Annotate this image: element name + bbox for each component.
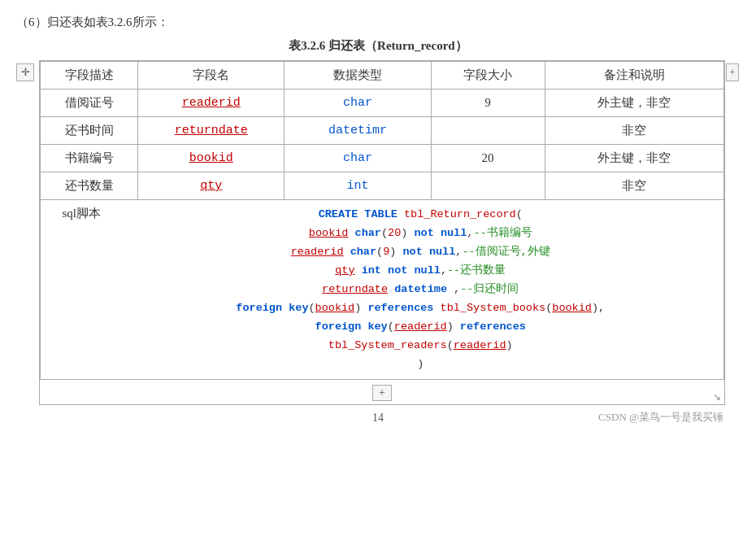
cell-desc: 还书时间: [41, 117, 138, 145]
plus-right-icon: +: [730, 67, 736, 79]
main-content: 字段描述 字段名 数据类型 字段大小 备注和说明 借阅证号 readerid c…: [39, 60, 725, 405]
cross-icon: ✛: [21, 66, 30, 79]
table-row: 还书数量 qty int 非空: [41, 172, 724, 200]
cell-desc: 借阅证号: [41, 89, 138, 117]
sql-label-text: sql脚本: [62, 207, 101, 220]
cell-size: [431, 117, 545, 145]
cell-notes: 非空: [545, 172, 723, 200]
plus-icon: +: [379, 386, 385, 399]
sql-line: CREATE TABLE tbl_Return_record(: [122, 206, 719, 225]
sql-row-wrapper: sql脚本 CREATE TABLE tbl_Return_record(boo…: [46, 206, 719, 373]
sql-line: bookid char(20) not null,--书籍编号: [122, 225, 719, 243]
cell-notes: 外主键，非空: [545, 89, 723, 117]
cell-name: readerid: [138, 89, 285, 117]
resize-icon: ↘: [713, 391, 721, 403]
table-row: 借阅证号 readerid char 9 外主键，非空: [41, 89, 724, 117]
sql-cell: sql脚本 CREATE TABLE tbl_Return_record(boo…: [41, 200, 724, 380]
sql-line: readerid char(9) not null,--借阅证号,外键: [122, 243, 719, 262]
cell-name: bookid: [138, 145, 285, 172]
scroll-left-icon[interactable]: ✛: [16, 63, 34, 81]
page-footer: 14 CSDN @菜鸟一号是我买锤: [16, 405, 740, 426]
scroll-left: ✛: [16, 60, 39, 405]
table-row: 书籍编号 bookid char 20 外主键，非空: [41, 145, 724, 172]
watermark: CSDN @菜鸟一号是我买锤: [598, 410, 723, 425]
cell-size: [431, 172, 545, 200]
page-number: 14: [372, 412, 384, 425]
sql-line: ): [122, 355, 719, 374]
cell-notes: 非空: [545, 117, 723, 145]
header-col-size: 字段大小: [431, 62, 545, 89]
resize-handle[interactable]: ↘: [710, 390, 724, 404]
sql-line: tbl_System_readers(readerid): [122, 337, 719, 355]
cell-type: datetimr: [285, 117, 431, 145]
bottom-bar: + ↘: [40, 380, 724, 404]
outer-container: ✛ 字段描述 字段名 数据类型 字段大小 备注和说明: [16, 60, 740, 405]
table-title: 表3.2.6 归还表（Return_record）: [16, 38, 740, 54]
header-col-type: 数据类型: [285, 62, 431, 89]
cell-name: qty: [138, 172, 285, 200]
cell-notes: 外主键，非空: [545, 145, 723, 172]
sql-line: foreign key(readerid) references: [122, 318, 719, 337]
page-wrapper: （6）归还表如表3.2.6所示： 表3.2.6 归还表（Return_recor…: [0, 0, 756, 558]
sql-line: qty int not null,--还书数量: [122, 262, 719, 281]
cell-type: int: [285, 172, 431, 200]
header-col-notes: 备注和说明: [545, 62, 723, 89]
cell-type: char: [285, 89, 431, 117]
header-col-desc: 字段描述: [41, 62, 138, 89]
cell-type: char: [285, 145, 431, 172]
cell-desc: 书籍编号: [41, 145, 138, 172]
bottom-plus-btn[interactable]: +: [372, 385, 392, 401]
cell-size: 9: [431, 89, 545, 117]
main-table: 字段描述 字段名 数据类型 字段大小 备注和说明 借阅证号 readerid c…: [40, 61, 724, 380]
sql-line: foreign key(bookid) references tbl_Syste…: [122, 299, 719, 318]
header-col-name: 字段名: [138, 62, 285, 89]
scroll-right: +: [725, 60, 740, 405]
table-row: 还书时间 returndate datetimr 非空: [41, 117, 724, 145]
sql-code-block: CREATE TABLE tbl_Return_record(bookid ch…: [122, 206, 719, 373]
scroll-right-btn[interactable]: +: [726, 63, 739, 81]
table-header-row: 字段描述 字段名 数据类型 字段大小 备注和说明: [41, 62, 724, 89]
cell-name: returndate: [138, 117, 285, 145]
sql-row: sql脚本 CREATE TABLE tbl_Return_record(boo…: [41, 200, 724, 380]
intro-text: （6）归还表如表3.2.6所示：: [16, 15, 740, 30]
sql-label: sql脚本: [46, 206, 122, 373]
sql-line: returndate datetime ,--归还时间: [122, 281, 719, 299]
cell-desc: 还书数量: [41, 172, 138, 200]
cell-size: 20: [431, 145, 545, 172]
